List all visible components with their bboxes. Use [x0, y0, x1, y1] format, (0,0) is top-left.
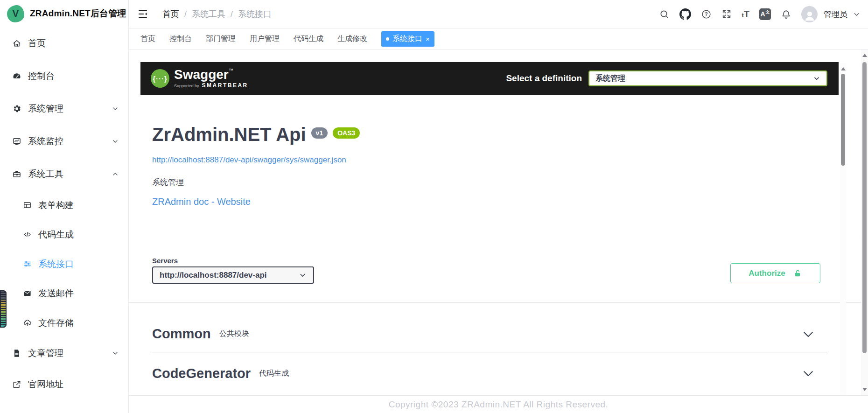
breadcrumb: 首页 / 系统工具 / 系统接口 — [162, 8, 272, 20]
article-icon — [12, 349, 21, 358]
sidebar-item-system-monitor[interactable]: 系统监控 — [0, 125, 128, 158]
definition-select[interactable]: 系统管理 — [588, 70, 827, 86]
api-description: 系统管理 — [152, 177, 184, 188]
api-section-codegenerator[interactable]: CodeGenerator 代码生成 — [152, 358, 827, 388]
sidebar-item-system-api[interactable]: 系统接口 — [0, 249, 128, 279]
tab-code-generator[interactable]: 代码生成 — [294, 34, 323, 44]
help-icon[interactable]: ? — [701, 9, 712, 20]
sidebar-item-label: 发送邮件 — [38, 287, 74, 300]
sidebar-item-label: 首页 — [28, 37, 46, 49]
docked-widget[interactable] — [0, 290, 7, 328]
swagger-content: {···} Swagger™ Supported by SMARTBEAR Se… — [129, 49, 868, 413]
chevron-up-icon — [112, 170, 119, 178]
font-size-icon[interactable]: tT — [742, 9, 749, 20]
scroll-up-arrow[interactable] — [841, 67, 846, 70]
code-icon — [23, 230, 32, 239]
tab-dashboard[interactable]: 控制台 — [169, 34, 192, 44]
api-title-block: ZrAdmin.NET Api v1 OAS3 — [152, 123, 360, 146]
page-footer: Copyright ©2023 ZRAdmin.NET All Rights R… — [129, 395, 868, 413]
sidebar-menu: 首页 控制台 系统管理 系统监控 系统工具 — [0, 27, 128, 400]
avatar[interactable] — [801, 6, 818, 22]
swagger-wordmark: Swagger™ Supported by SMARTBEAR — [174, 68, 248, 89]
smartbear-label: SMARTBEAR — [202, 82, 248, 89]
scrollbar-thumb[interactable] — [841, 74, 845, 166]
sidebar-item-form-builder[interactable]: 表单构建 — [0, 190, 128, 220]
sidebar-item-system-management[interactable]: 系统管理 — [0, 92, 128, 125]
translate-icon[interactable]: A文 — [759, 8, 771, 20]
sidebar-collapse-icon[interactable] — [137, 8, 148, 20]
breadcrumb-item-system-api: 系统接口 — [238, 8, 272, 20]
gear-icon — [12, 104, 21, 113]
tab-close-icon[interactable]: × — [426, 35, 430, 42]
sidebar-item-home[interactable]: 首页 — [0, 27, 128, 60]
sidebar-item-label: 官网地址 — [28, 378, 63, 391]
toolbox-icon — [12, 169, 21, 179]
app-logo[interactable]: V ZRAdmin.NET后台管理 — [0, 0, 128, 27]
swagger-scrollbar[interactable] — [840, 63, 846, 395]
trademark-glyph: ™ — [229, 68, 233, 73]
api-section-common[interactable]: Common 公共模块 — [152, 316, 827, 352]
fullscreen-icon[interactable] — [721, 9, 732, 19]
breadcrumb-item-system-tools[interactable]: 系统工具 — [192, 8, 225, 20]
sidebar-item-label: 系统接口 — [38, 258, 74, 270]
tab-generate-modify[interactable]: 生成修改 — [337, 34, 367, 44]
section-expand-chevron-icon[interactable] — [801, 327, 815, 341]
sidebar-item-dashboard[interactable]: 控制台 — [0, 60, 128, 92]
sidebar-item-file-storage[interactable]: 文件存储 — [0, 308, 128, 337]
tab-home[interactable]: 首页 — [140, 34, 155, 44]
tab-users[interactable]: 用户管理 — [250, 34, 280, 44]
servers-label: Servers — [152, 257, 178, 265]
server-select[interactable]: http://localhost:8887/dev-api — [152, 266, 314, 284]
dashboard-icon — [12, 71, 21, 81]
scheme-container: Servers http://localhost:8887/dev-api Au… — [129, 236, 868, 302]
section-name: CodeGenerator — [152, 366, 251, 381]
api-title: ZrAdmin.NET Api — [152, 123, 306, 146]
breadcrumb-item-home[interactable]: 首页 — [162, 8, 179, 20]
page-scrollbar[interactable] — [861, 49, 868, 395]
docked-widget-stripes — [0, 290, 7, 328]
bell-icon[interactable] — [781, 9, 791, 20]
tab-department[interactable]: 部门管理 — [206, 34, 236, 44]
sidebar-item-label: 系统工具 — [28, 168, 63, 180]
active-tab-dot — [386, 37, 389, 41]
sidebar-item-label: 表单构建 — [38, 199, 74, 211]
chevron-down-icon — [112, 350, 119, 357]
sidebar-item-code-generator[interactable]: 代码生成 — [0, 220, 128, 249]
scroll-up-arrow[interactable] — [862, 54, 867, 57]
chevron-down-icon — [299, 271, 307, 279]
spec-url-link[interactable]: http://localhost:8887/dev-api/swagger/sy… — [152, 155, 346, 165]
authorize-button[interactable]: Authorize — [730, 263, 820, 283]
definition-select-value: 系统管理 — [595, 74, 625, 84]
external-link-icon — [12, 380, 21, 389]
section-description: 代码生成 — [259, 369, 289, 378]
sidebar-item-send-mail[interactable]: 发送邮件 — [0, 279, 128, 308]
username-label[interactable]: 管理员 — [824, 9, 847, 20]
user-menu-chevron-icon[interactable] — [853, 10, 861, 18]
sidebar-item-system-tools[interactable]: 系统工具 — [0, 158, 128, 190]
search-icon[interactable] — [659, 9, 670, 20]
breadcrumb-separator: / — [184, 9, 187, 19]
sidebar-item-article-management[interactable]: 文章管理 — [0, 337, 128, 369]
scrollbar-thumb[interactable] — [862, 62, 867, 353]
sidebar-item-label: 文件存储 — [38, 317, 74, 329]
select-definition-label: Select a definition — [506, 73, 582, 84]
sidebar-item-label: 系统管理 — [28, 103, 63, 115]
swagger-logo-icon: {···} — [151, 69, 169, 88]
tab-bar: 首页 控制台 部门管理 用户管理 代码生成 生成修改 系统接口 × — [129, 28, 868, 49]
section-expand-chevron-icon[interactable] — [801, 366, 815, 380]
github-icon[interactable] — [679, 8, 691, 20]
unlock-icon — [793, 269, 802, 278]
monitor-icon — [12, 137, 21, 146]
cloud-upload-icon — [23, 318, 32, 327]
scroll-down-arrow[interactable] — [862, 388, 867, 391]
authorize-label: Authorize — [749, 269, 785, 278]
app-root: V ZRAdmin.NET后台管理 首页 控制台 系统管理 系统监控 — [0, 0, 868, 413]
doc-website-link[interactable]: ZRAdmin doc - Website — [152, 196, 251, 207]
version-badge: v1 — [311, 127, 328, 139]
navbar-actions: ? tT A文 管理员 — [659, 6, 861, 22]
chevron-down-icon — [112, 138, 119, 145]
app-title: ZRAdmin.NET后台管理 — [30, 7, 126, 20]
logo-icon: V — [7, 5, 24, 22]
sidebar-item-official-website[interactable]: 官网地址 — [0, 369, 128, 400]
tab-system-api[interactable]: 系统接口 × — [381, 31, 434, 47]
